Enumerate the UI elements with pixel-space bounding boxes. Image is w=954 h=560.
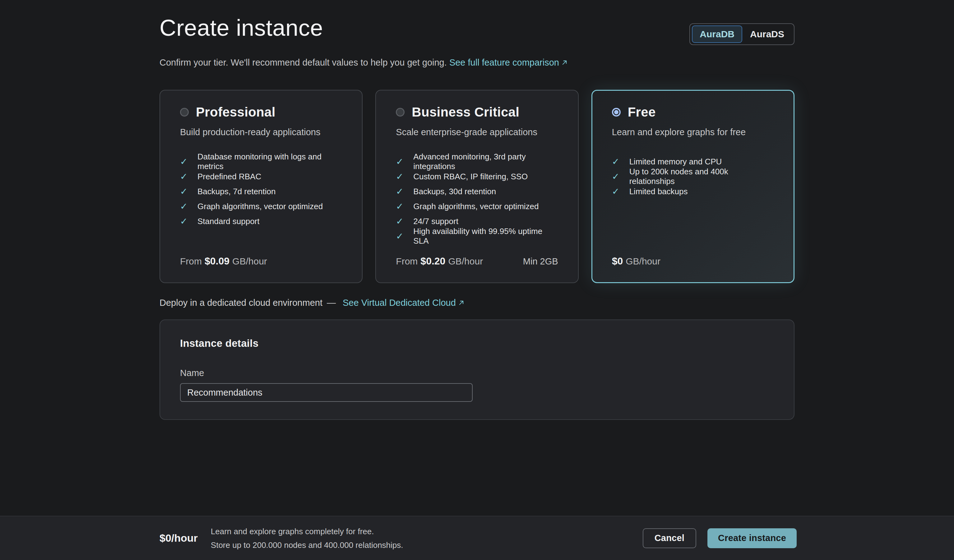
feature-item: ✓Graph algorithms, vector optimized — [180, 199, 342, 214]
feature-item: ✓High availability with 99.95% uptime SL… — [396, 229, 558, 244]
tier-title: Free — [628, 105, 656, 120]
create-instance-page: Create instance AuraDB AuraDS Confirm yo… — [159, 14, 795, 420]
footer-line-1: Learn and explore graphs completely for … — [211, 524, 403, 538]
page-header: Create instance AuraDB AuraDS — [159, 14, 795, 45]
feature-item: ✓Database monitoring with logs and metri… — [180, 154, 342, 169]
check-icon: ✓ — [396, 171, 405, 182]
tier-title: Professional — [196, 105, 276, 120]
check-icon: ✓ — [180, 171, 189, 182]
dedicated-cloud-row: Deploy in a dedicated cloud environment—… — [159, 298, 795, 308]
toggle-option-aurads[interactable]: AuraDS — [742, 25, 792, 43]
virtual-dedicated-cloud-link[interactable]: See Virtual Dedicated Cloud — [343, 298, 466, 308]
instance-details-panel: Instance details Name — [159, 319, 795, 420]
cancel-button[interactable]: Cancel — [643, 528, 696, 548]
feature-item: ✓Graph algorithms, vector optimized — [396, 199, 558, 214]
feature-item: ✓Backups, 30d retention — [396, 184, 558, 199]
radio-free[interactable] — [612, 108, 620, 117]
toggle-option-auradb[interactable]: AuraDB — [692, 25, 742, 43]
check-icon: ✓ — [180, 216, 189, 227]
feature-comparison-link[interactable]: See full feature comparison — [449, 58, 569, 67]
tier-price: From $0.09 GB/hour — [180, 255, 342, 267]
tier-title: Business Critical — [412, 105, 519, 120]
footer-description: Learn and explore graphs completely for … — [211, 524, 403, 552]
check-icon: ✓ — [180, 201, 189, 212]
feature-item: ✓Limited backups — [612, 184, 774, 199]
feature-item: ✓Custom RBAC, IP filtering, SSO — [396, 169, 558, 184]
dedicated-cloud-text: Deploy in a dedicated cloud environment — [159, 298, 323, 308]
feature-item: ✓Up to 200k nodes and 400k relationships — [612, 169, 774, 184]
radio-professional[interactable] — [180, 108, 189, 117]
footer-bar: $0/hour Learn and explore graphs complet… — [0, 516, 954, 560]
check-icon: ✓ — [180, 186, 189, 197]
feature-item: ✓Backups, 7d retention — [180, 184, 342, 199]
check-icon: ✓ — [396, 231, 405, 241]
tier-cards: Professional Build production-ready appl… — [159, 90, 795, 283]
tier-features: ✓Database monitoring with logs and metri… — [180, 154, 342, 229]
name-input[interactable] — [180, 383, 473, 402]
page-subtitle: Confirm your tier. We'll recommend defau… — [159, 58, 795, 68]
page-title: Create instance — [159, 14, 323, 43]
check-icon: ✓ — [396, 186, 405, 197]
tier-min-size: Min 2GB — [523, 257, 558, 267]
tier-features: ✓Advanced monitoring, 3rd party integrat… — [396, 154, 558, 244]
feature-item: ✓Standard support — [180, 214, 342, 229]
instance-details-heading: Instance details — [180, 338, 774, 349]
check-icon: ✓ — [396, 201, 405, 212]
external-link-icon — [457, 299, 466, 307]
tier-card-free[interactable]: Free Learn and explore graphs for free ✓… — [591, 90, 795, 283]
tier-card-professional[interactable]: Professional Build production-ready appl… — [159, 90, 363, 283]
feature-item: ✓Advanced monitoring, 3rd party integrat… — [396, 154, 558, 169]
tier-description: Build production-ready applications — [180, 127, 342, 137]
name-label: Name — [180, 368, 774, 378]
product-toggle: AuraDB AuraDS — [689, 23, 795, 45]
tier-description: Learn and explore graphs for free — [612, 127, 774, 137]
footer-line-2: Store up to 200.000 nodes and 400.000 re… — [211, 538, 403, 552]
tier-price: From $0.20 GB/hour Min 2GB — [396, 255, 558, 267]
footer-price: $0/hour — [159, 532, 198, 544]
create-instance-button[interactable]: Create instance — [708, 528, 797, 548]
feature-item: ✓Predefined RBAC — [180, 169, 342, 184]
tier-card-business-critical[interactable]: Business Critical Scale enterprise-grade… — [375, 90, 578, 283]
subtitle-text: Confirm your tier. We'll recommend defau… — [159, 58, 447, 67]
tier-price: $0 GB/hour — [612, 255, 774, 267]
external-link-icon — [560, 58, 569, 67]
check-icon: ✓ — [612, 186, 621, 197]
tier-description: Scale enterprise-grade applications — [396, 127, 558, 137]
check-icon: ✓ — [612, 156, 621, 167]
tier-features: ✓Limited memory and CPU ✓Up to 200k node… — [612, 154, 774, 199]
check-icon: ✓ — [396, 216, 405, 227]
check-icon: ✓ — [612, 171, 621, 182]
radio-business-critical[interactable] — [396, 108, 405, 117]
check-icon: ✓ — [180, 156, 189, 167]
check-icon: ✓ — [396, 156, 405, 167]
